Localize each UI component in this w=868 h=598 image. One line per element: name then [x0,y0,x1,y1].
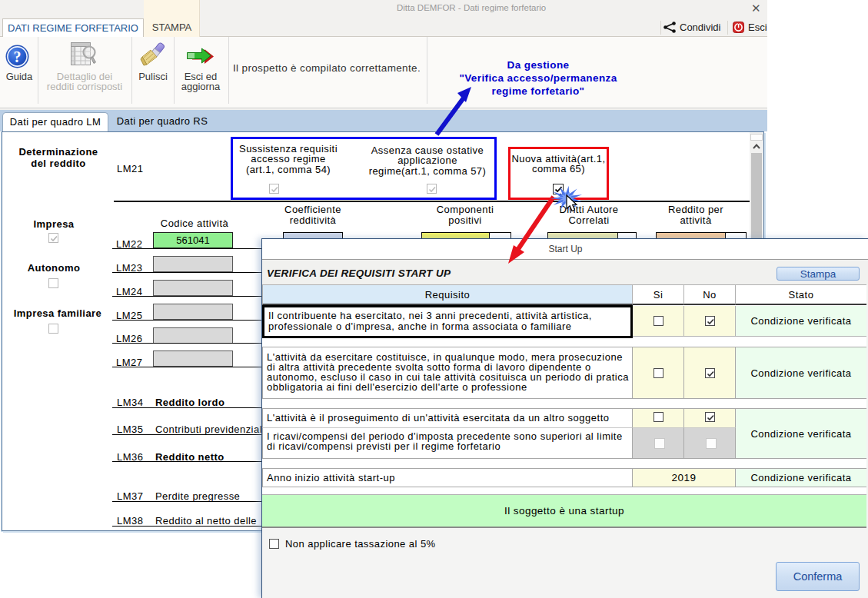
svg-text:?: ? [14,48,22,65]
